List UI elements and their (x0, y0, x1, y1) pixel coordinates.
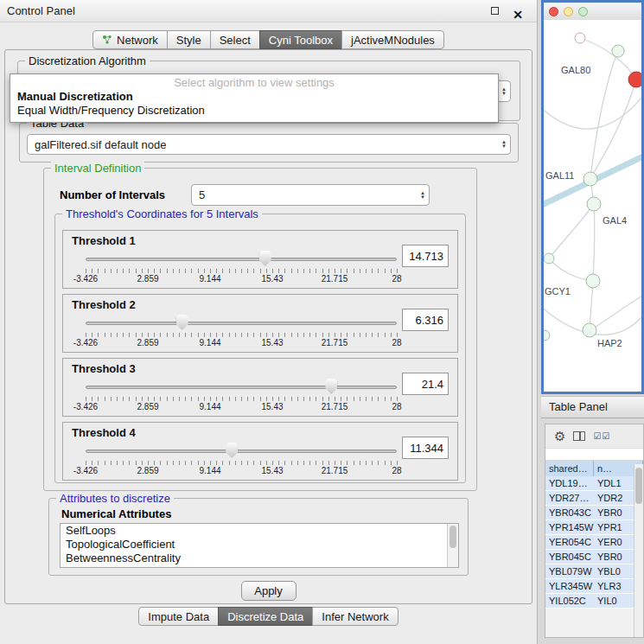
cell-shared-name[interactable]: YER054C (545, 535, 594, 549)
scale-label: -3.426 (73, 338, 98, 348)
scale-label: 2.859 (137, 338, 158, 348)
titlebar[interactable]: Control Panel ✕ (0, 0, 537, 22)
tab-jactivemnodules[interactable]: jActiveMNodules (341, 30, 444, 49)
table-formula-bar[interactable] (545, 449, 643, 461)
threshold-slider[interactable] (86, 250, 397, 269)
slider-track[interactable] (86, 258, 397, 261)
network-node[interactable] (575, 33, 585, 43)
table-scrollbar[interactable] (634, 464, 643, 637)
slider-thumb[interactable] (226, 443, 238, 458)
table-row[interactable]: YER054C YER0 (545, 535, 643, 550)
cell-shared-name[interactable]: YIL052C (545, 594, 594, 608)
network-node[interactable] (544, 253, 554, 264)
slider-track[interactable] (86, 322, 397, 325)
cell-shared-name[interactable]: YBR043C (545, 506, 594, 520)
network-node[interactable] (612, 45, 624, 57)
table-row[interactable]: YBR045C YBR0 (545, 550, 643, 564)
threshold-value-field[interactable]: 21.4 (402, 373, 449, 395)
window-title: Control Panel (7, 4, 75, 17)
threshold-value-field[interactable]: 6.316 (402, 309, 449, 331)
scale-label: -3.426 (73, 402, 98, 411)
scale-label: 28 (392, 338, 401, 348)
minimize-traffic-light-icon[interactable] (564, 7, 573, 16)
table-row[interactable]: YBL079W YBL0 (545, 564, 643, 579)
table-data-combobox[interactable]: galFiltered.sif default node ▲▼ (27, 134, 511, 155)
scrollbar-thumb[interactable] (635, 468, 642, 504)
table-row[interactable]: YIL052C YIL0 (545, 594, 643, 609)
tab-label: Select (220, 34, 251, 47)
column-header[interactable]: shared… (545, 461, 594, 476)
network-node[interactable] (583, 323, 596, 337)
dropdown-option-manual[interactable]: Manual Discretization (10, 90, 498, 104)
attributes-list[interactable]: SelfLoopsTopologicalCoefficientBetweenne… (60, 523, 459, 568)
table-panel-header[interactable]: Table Panel (541, 396, 644, 418)
table-row[interactable]: YLR345W YLR3 (545, 579, 643, 594)
attributes-group-title: Attributes to discretize (56, 492, 174, 505)
node-label: GCY1 (545, 286, 571, 296)
network-node[interactable] (587, 197, 601, 211)
gear-icon[interactable]: ⚙ (554, 429, 565, 444)
table-row[interactable]: YDL19… YDL1 (545, 476, 643, 491)
slider-thumb[interactable] (325, 379, 337, 394)
list-item[interactable]: SelfLoops (61, 524, 458, 538)
dropdown-option-equal-width[interactable]: Equal Width/Frequency Discretization (10, 104, 498, 118)
table-row[interactable]: YBR043C YBR0 (545, 506, 643, 520)
network-node[interactable] (586, 274, 600, 288)
numerical-attributes-label: Numerical Attributes (61, 507, 171, 520)
table-row[interactable]: YPR145W YPR1 (545, 520, 643, 535)
cell-shared-name[interactable]: YLR345W (545, 579, 594, 593)
network-node[interactable] (544, 330, 550, 341)
threshold-panel-1: Threshold 1 -3.426 2.859 9.144 15.43 21.… (62, 230, 458, 289)
slider-thumb[interactable] (176, 315, 188, 330)
threshold-slider[interactable] (86, 442, 397, 461)
threshold-value-field[interactable]: 11.344 (402, 437, 449, 459)
tab-impute-data[interactable]: Impute Data (138, 607, 219, 626)
number-of-intervals-label: Number of Intervals (60, 188, 165, 201)
slider-track[interactable] (86, 450, 397, 453)
algorithm-group-title: Discretization Algorithm (25, 54, 150, 67)
threshold-slider[interactable] (86, 314, 397, 333)
combo-stepper-icon: ▲▼ (501, 140, 507, 149)
tab-discretize-data[interactable]: Discretize Data (218, 607, 313, 626)
tab-cyni-toolbox[interactable]: Cyni Toolbox (259, 30, 342, 49)
apply-button[interactable]: Apply (241, 581, 296, 601)
network-node[interactable] (583, 172, 597, 186)
list-scrollbar[interactable] (447, 524, 458, 567)
float-icon[interactable] (491, 7, 499, 15)
slider-scale: -3.426 2.859 9.144 15.43 21.715 28 (86, 402, 397, 412)
threshold-value-field[interactable]: 14.713 (402, 245, 449, 267)
slider-track[interactable] (86, 386, 397, 389)
tab-network[interactable]: Network (92, 30, 168, 49)
columns-icon[interactable] (573, 431, 585, 441)
threshold-slider[interactable] (86, 378, 397, 397)
threshold-label: Threshold 4 (72, 426, 136, 439)
table-row[interactable]: YDR27… YDR2 (545, 491, 643, 506)
slider-thumb[interactable] (259, 251, 271, 266)
cell-shared-name[interactable]: YBL079W (545, 564, 594, 578)
scrollbar-thumb[interactable] (450, 526, 456, 548)
cell-shared-name[interactable]: YDR27… (545, 491, 594, 505)
scale-label: 15.43 (261, 274, 283, 284)
cell-shared-name[interactable]: YBR045C (545, 550, 594, 564)
cell-shared-name[interactable]: YDL19… (545, 476, 594, 490)
zoom-traffic-light-icon[interactable] (578, 7, 588, 16)
algorithm-dropdown-popup: Select algorithm to view settings Manual… (10, 73, 499, 123)
number-of-intervals-combobox[interactable]: 5 ▲▼ (191, 184, 430, 206)
list-item[interactable]: BetweennessCentrality (61, 552, 458, 565)
tab-style[interactable]: Style (167, 30, 211, 49)
top-tab-bar: Network Style Select Cyni Toolbox jActiv… (0, 30, 537, 49)
close-traffic-light-icon[interactable] (549, 7, 558, 16)
close-icon[interactable]: ✕ (513, 3, 523, 26)
selected-network-node[interactable] (628, 72, 641, 87)
tab-infer-network[interactable]: Infer Network (312, 607, 398, 626)
tab-label: Style (176, 34, 201, 47)
slider-ticks (86, 333, 398, 337)
tab-select[interactable]: Select (210, 30, 260, 49)
network-canvas[interactable]: GAL80 GAL11 GAL4 GCY1 HAP2 (544, 20, 641, 392)
cell-shared-name[interactable]: YPR145W (545, 520, 594, 534)
network-window-titlebar[interactable] (544, 3, 641, 20)
checkbox-icons[interactable]: ☑☑ (593, 431, 610, 441)
list-item[interactable]: TopologicalCoefficient (61, 538, 458, 552)
node-label: GAL4 (603, 215, 627, 226)
scale-label: 21.715 (322, 466, 348, 475)
